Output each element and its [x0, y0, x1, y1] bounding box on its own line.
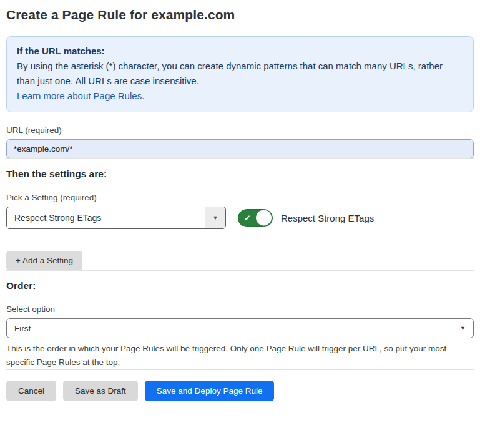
- page-title: Create a Page Rule for example.com: [6, 7, 474, 22]
- settings-section-heading: Then the settings are:: [6, 168, 474, 180]
- order-select-label: Select option: [6, 304, 474, 314]
- setting-select-value: Respect Strong ETags: [7, 207, 205, 228]
- pick-setting-label: Pick a Setting (required): [6, 193, 474, 202]
- setting-select[interactable]: Respect Strong ETags ▼: [6, 207, 226, 229]
- cancel-button[interactable]: Cancel: [6, 381, 56, 401]
- divider: [6, 270, 474, 271]
- setting-select-arrow-button[interactable]: ▼: [205, 207, 225, 228]
- info-link-line: Learn more about Page Rules.: [17, 89, 463, 104]
- footer-actions: Cancel Save as Draft Save and Deploy Pag…: [6, 381, 474, 401]
- divider: [6, 369, 474, 370]
- divider: [6, 158, 474, 159]
- order-section-heading: Order:: [6, 280, 474, 291]
- url-input[interactable]: [6, 139, 474, 158]
- info-box-heading: If the URL matches:: [17, 44, 463, 59]
- info-box-body: By using the asterisk (*) character, you…: [17, 59, 463, 89]
- setting-row: Respect Strong ETags ▼ ✓ Respect Strong …: [6, 207, 474, 229]
- learn-more-link[interactable]: Learn more about Page Rules: [17, 90, 142, 101]
- add-setting-button[interactable]: + Add a Setting: [6, 251, 82, 270]
- order-select[interactable]: First ▼: [6, 318, 474, 338]
- check-icon: ✓: [244, 213, 251, 223]
- url-matches-info-box: If the URL matches: By using the asteris…: [6, 36, 474, 112]
- toggle-label: Respect Strong ETags: [281, 213, 374, 223]
- toggle-knob: [256, 210, 272, 226]
- save-as-draft-button[interactable]: Save as Draft: [63, 381, 138, 401]
- order-select-value: First: [14, 324, 31, 333]
- order-help-text: This is the order in which your Page Rul…: [6, 342, 474, 369]
- link-suffix: .: [142, 90, 144, 101]
- respect-strong-etags-toggle[interactable]: ✓: [238, 209, 273, 227]
- chevron-down-icon: ▼: [460, 325, 466, 331]
- save-and-deploy-button[interactable]: Save and Deploy Page Rule: [145, 381, 275, 401]
- url-field-label: URL (required): [6, 125, 474, 135]
- chevron-down-icon: ▼: [213, 215, 218, 221]
